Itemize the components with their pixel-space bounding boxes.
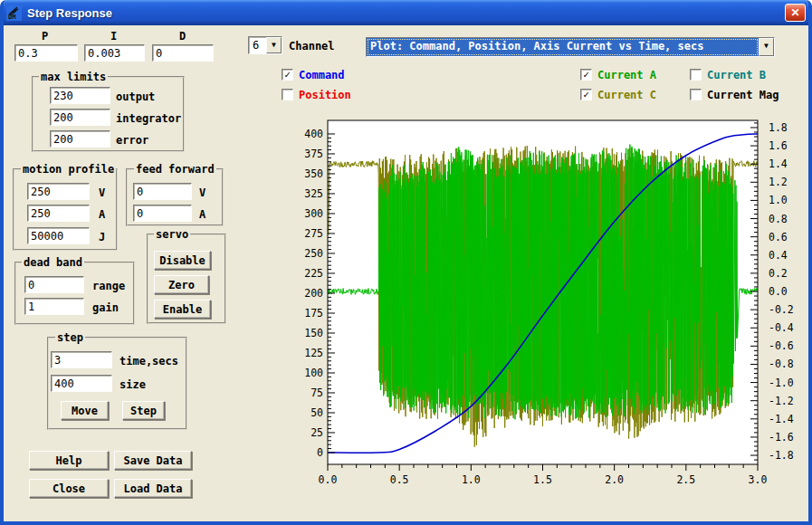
profile-accel-field[interactable] [27,205,90,222]
d-gain-field[interactable] [152,44,214,62]
svg-text:-0.2: -0.2 [769,303,794,316]
chevron-down-icon[interactable]: ▼ [266,37,282,53]
position-checkbox[interactable] [282,89,293,100]
ff-accel-label: A [199,208,205,221]
svg-text:-1.4: -1.4 [769,413,794,425]
servo-enable-button[interactable]: Enable [154,300,211,319]
step-time-label: time,secs [119,355,178,368]
step-size-field[interactable] [51,375,112,392]
svg-text:3.0: 3.0 [749,473,768,486]
profile-jerk-field[interactable] [27,227,90,244]
svg-text:50: 50 [310,406,323,419]
svg-text:0.6: 0.6 [769,231,788,243]
step-response-window: DM Step Response ✕ P I D 6 ▼ Channel Plo… [0,0,812,525]
svg-text:2.5: 2.5 [676,473,695,486]
title-bar[interactable]: DM Step Response ✕ [0,0,812,25]
max-limits-title: max limits [39,71,108,83]
chevron-down-icon[interactable]: ▼ [759,38,774,56]
svg-text:325: 325 [304,187,323,200]
step-button[interactable]: Step [122,401,165,420]
d-label: D [179,30,186,43]
svg-text:0.4: 0.4 [769,249,788,262]
svg-text:400: 400 [304,128,323,140]
current-c-checkbox-label: Current C [597,89,656,101]
svg-text:DM: DM [8,14,15,21]
svg-text:175: 175 [304,307,323,320]
dead-band-gain-label: gain [92,301,119,314]
window-title: Step Response [27,6,112,20]
profile-accel-label: A [99,208,105,221]
position-checkbox-label: Position [299,89,351,101]
app-icon: DM [6,5,22,21]
svg-text:275: 275 [304,227,323,240]
ff-velocity-field[interactable] [133,183,192,200]
current-mag-checkbox[interactable] [690,89,702,100]
dead-band-gain-field[interactable] [24,298,84,315]
step-size-label: size [119,378,146,391]
svg-text:-0.4: -0.4 [769,321,794,334]
svg-text:-1.2: -1.2 [769,395,794,407]
help-button[interactable]: Help [29,451,109,470]
feed-forward-title: feed forward [134,163,216,176]
channel-select[interactable]: 6 ▼ [248,36,282,54]
max-output-field[interactable] [50,87,110,104]
i-label: I [110,30,117,43]
max-integrator-field[interactable] [50,109,110,126]
dead-band-range-field[interactable] [24,276,84,293]
max-error-label: error [116,134,148,147]
ff-accel-field[interactable] [133,205,192,222]
profile-velocity-label: V [99,186,105,199]
profile-velocity-field[interactable] [27,183,90,200]
svg-text:25: 25 [310,426,323,439]
svg-text:2.0: 2.0 [605,473,624,486]
svg-text:0.8: 0.8 [769,213,788,225]
p-label: P [42,30,48,43]
channel-value: 6 [249,37,266,53]
close-button[interactable]: Close [29,479,109,498]
dead-band-group [14,262,135,325]
dead-band-title: dead band [22,256,84,269]
svg-text:1.4: 1.4 [769,158,788,170]
svg-text:100: 100 [304,367,323,379]
plot-mode-value: Plot: Command, Position, Axis Current vs… [367,38,759,56]
current-b-checkbox[interactable] [690,69,702,81]
dead-band-range-label: range [92,280,125,292]
save-data-button[interactable]: Save Data [114,451,192,470]
svg-text:75: 75 [310,387,323,399]
current-c-checkbox[interactable]: ✓ [580,89,592,100]
svg-text:0.0: 0.0 [769,285,788,298]
svg-text:1.2: 1.2 [769,176,788,188]
svg-text:125: 125 [304,347,323,359]
current-a-checkbox-label: Current A [597,69,656,81]
plot-mode-select[interactable]: Plot: Command, Position, Axis Current vs… [366,37,775,57]
svg-text:-0.6: -0.6 [769,339,794,352]
close-icon[interactable]: ✕ [785,4,806,22]
command-checkbox[interactable]: ✓ [282,69,293,81]
current-b-checkbox-label: Current B [707,69,766,81]
svg-text:375: 375 [304,148,323,160]
servo-title: servo [154,228,190,241]
max-error-field[interactable] [50,130,110,148]
servo-disable-button[interactable]: Disable [154,251,211,270]
max-integrator-label: integrator [116,112,181,125]
svg-text:350: 350 [304,167,323,180]
svg-text:-0.8: -0.8 [769,358,794,370]
current-a-checkbox[interactable]: ✓ [580,69,592,81]
move-button[interactable]: Move [61,401,109,420]
svg-text:250: 250 [304,247,323,260]
p-gain-field[interactable] [14,44,78,62]
step-time-field[interactable] [51,351,112,368]
svg-text:-1.6: -1.6 [769,431,794,444]
svg-text:1.0: 1.0 [462,473,481,486]
servo-zero-button[interactable]: Zero [154,275,209,294]
svg-text:225: 225 [304,267,323,280]
svg-text:0.0: 0.0 [319,473,338,486]
load-data-button[interactable]: Load Data [114,479,192,498]
step-title: step [55,331,85,344]
svg-text:300: 300 [304,207,323,220]
current-mag-checkbox-label: Current Mag [707,89,779,101]
svg-text:-1.0: -1.0 [769,377,794,389]
max-output-label: output [116,91,155,103]
i-gain-field[interactable] [84,44,145,62]
svg-text:150: 150 [304,327,323,339]
